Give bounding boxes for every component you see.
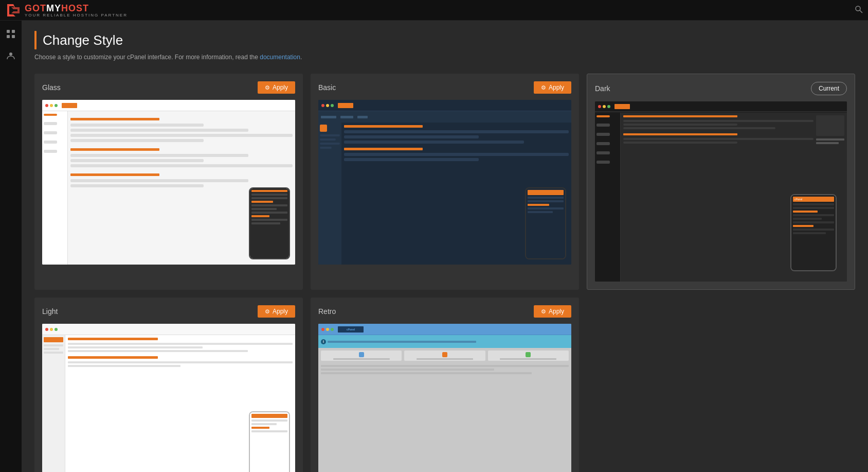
dot-red bbox=[45, 104, 48, 107]
dot-green bbox=[331, 104, 334, 107]
heading-bar bbox=[34, 31, 37, 49]
style-card-basic: Basic Apply bbox=[311, 74, 579, 290]
dot-red bbox=[45, 328, 48, 331]
style-card-light: Light Apply bbox=[34, 298, 303, 472]
search-icon[interactable] bbox=[855, 5, 863, 15]
documentation-link[interactable]: documentation bbox=[260, 54, 300, 61]
retro-title: Retro bbox=[318, 307, 336, 316]
basic-apply-button[interactable]: Apply bbox=[534, 81, 571, 94]
dark-sidebar bbox=[595, 113, 621, 282]
logo-icon bbox=[5, 2, 22, 19]
dot-green bbox=[55, 104, 58, 107]
basic-nav bbox=[318, 111, 571, 123]
gear-icon bbox=[541, 84, 546, 91]
svg-rect-6 bbox=[7, 35, 10, 38]
light-phone-screen bbox=[250, 412, 289, 472]
sidebar-users-icon[interactable] bbox=[5, 50, 16, 61]
logo-red: GOT bbox=[25, 3, 46, 13]
basic-sidebar bbox=[318, 123, 341, 265]
logo-red2: HOST bbox=[61, 3, 89, 13]
empty-cell bbox=[587, 298, 855, 472]
dot-green bbox=[331, 328, 334, 331]
svg-line-3 bbox=[860, 10, 862, 13]
basic-preview bbox=[318, 100, 571, 265]
svg-marker-1 bbox=[11, 7, 20, 13]
light-preview-inner bbox=[42, 324, 295, 472]
sidebar-grid-icon[interactable] bbox=[5, 28, 16, 40]
glass-logo-bar bbox=[62, 103, 77, 108]
svg-point-8 bbox=[9, 53, 12, 56]
logo-subtitle: YOUR RELIABLE HOSTING PARTNER bbox=[25, 13, 128, 18]
glass-phone-screen bbox=[250, 188, 289, 258]
light-phone-overlay bbox=[249, 411, 290, 472]
dark-phone-overlay: cPanel bbox=[790, 194, 837, 271]
dark-preview: cPanel bbox=[595, 101, 847, 282]
styles-grid-bottom: Light Apply bbox=[34, 298, 855, 472]
card-header-glass: Glass Apply bbox=[42, 81, 295, 94]
retro-preview: cPanel i bbox=[318, 324, 571, 472]
logo: GOTMYHOST YOUR RELIABLE HOSTING PARTNER bbox=[5, 2, 128, 19]
glass-topbar bbox=[42, 100, 295, 111]
dot-red bbox=[321, 328, 324, 331]
glass-preview bbox=[42, 100, 295, 265]
dark-topbar bbox=[595, 101, 847, 112]
light-apply-button[interactable]: Apply bbox=[258, 305, 295, 318]
dot-yellow bbox=[603, 105, 606, 108]
basic-preview-inner bbox=[318, 100, 571, 265]
page-heading: Change Style bbox=[34, 31, 855, 49]
dot-red bbox=[321, 104, 324, 107]
style-card-retro: Retro Apply cPanel bbox=[311, 298, 579, 472]
light-title: Light bbox=[42, 307, 58, 316]
dark-current-badge: Current bbox=[811, 82, 847, 95]
glass-apply-button[interactable]: Apply bbox=[258, 81, 295, 94]
svg-rect-5 bbox=[12, 30, 15, 33]
gear-icon bbox=[265, 308, 270, 315]
dot-green bbox=[55, 328, 58, 331]
light-preview bbox=[42, 324, 295, 472]
styles-grid-top: Glass Apply bbox=[34, 74, 855, 290]
retro-main bbox=[318, 348, 571, 472]
svg-marker-0 bbox=[7, 4, 15, 16]
glass-title: Glass bbox=[42, 83, 61, 92]
dark-main-cols bbox=[623, 115, 844, 146]
glass-preview-inner bbox=[42, 100, 295, 265]
dot-yellow bbox=[50, 104, 53, 107]
page-title: Change Style bbox=[43, 32, 123, 48]
card-header-basic: Basic Apply bbox=[318, 81, 571, 94]
dark-title: Dark bbox=[595, 84, 610, 93]
retro-info-bar: i bbox=[318, 335, 571, 348]
page-subtitle: Choose a style to customize your cPanel … bbox=[34, 54, 855, 61]
retro-preview-inner: cPanel i bbox=[318, 324, 571, 472]
dark-preview-inner: cPanel bbox=[595, 101, 847, 282]
topbar: GOTMYHOST YOUR RELIABLE HOSTING PARTNER bbox=[0, 0, 868, 21]
dot-red bbox=[598, 105, 601, 108]
svg-point-2 bbox=[856, 6, 860, 11]
logo-white: MY bbox=[46, 3, 61, 13]
style-card-dark: Dark Current bbox=[587, 74, 855, 290]
card-header-light: Light Apply bbox=[42, 305, 295, 318]
gear-icon bbox=[541, 308, 546, 315]
basic-topbar bbox=[318, 100, 571, 111]
logo-text: GOTMYHOST YOUR RELIABLE HOSTING PARTNER bbox=[25, 3, 128, 18]
svg-rect-7 bbox=[12, 35, 15, 38]
gear-icon bbox=[265, 84, 270, 91]
content-area: Change Style Choose a style to customize… bbox=[22, 21, 868, 472]
dot-yellow bbox=[326, 104, 329, 107]
dot-yellow bbox=[50, 328, 53, 331]
card-header-retro: Retro Apply bbox=[318, 305, 571, 318]
card-header-dark: Dark Current bbox=[595, 82, 847, 95]
basic-title: Basic bbox=[318, 83, 336, 92]
dark-phone-screen: cPanel bbox=[791, 195, 836, 270]
glass-phone-overlay bbox=[249, 187, 290, 259]
dot-green bbox=[607, 105, 610, 108]
basic-logo-bar bbox=[338, 103, 353, 108]
basic-phone-screen bbox=[526, 188, 565, 258]
dark-logo-bar bbox=[614, 104, 630, 109]
light-sidebar bbox=[42, 335, 65, 472]
retro-topbar: cPanel bbox=[318, 324, 571, 335]
retro-apply-button[interactable]: Apply bbox=[534, 305, 571, 318]
style-card-glass: Glass Apply bbox=[34, 74, 303, 290]
light-topbar bbox=[42, 324, 295, 335]
svg-rect-4 bbox=[7, 30, 10, 33]
left-sidebar bbox=[0, 21, 22, 472]
